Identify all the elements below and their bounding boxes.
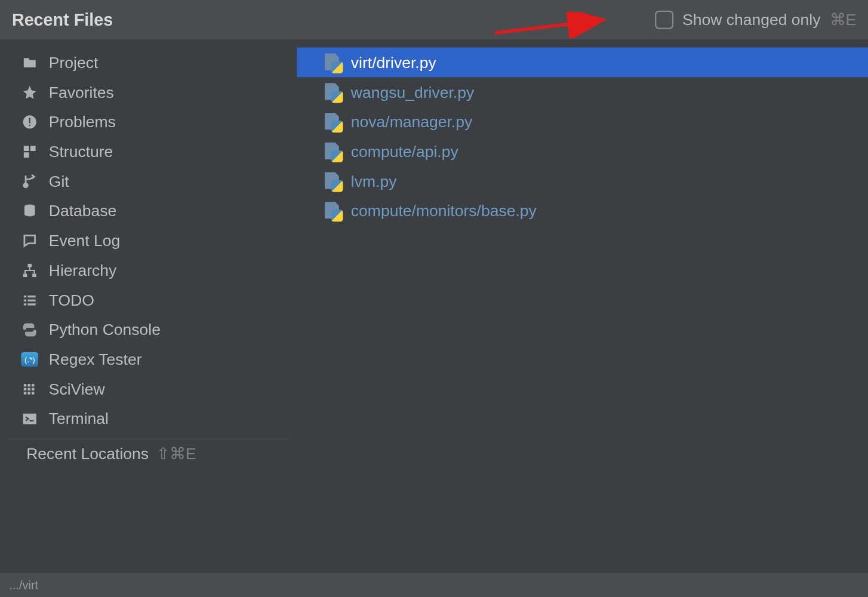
svg-rect-14 (24, 299, 26, 301)
svg-rect-13 (27, 295, 35, 297)
header: Recent Files Show changed only ⌘E (0, 0, 868, 39)
sidebar-item-database[interactable]: Database (0, 196, 297, 226)
sidebar-item-problems[interactable]: Problems (0, 107, 297, 137)
file-name: compute/api.py (351, 142, 458, 161)
svg-rect-18 (24, 383, 26, 386)
recent-locations-shortcut: ⇧⌘E (156, 445, 196, 463)
svg-rect-4 (24, 146, 29, 151)
svg-rect-9 (27, 263, 32, 267)
svg-rect-6 (24, 152, 29, 158)
svg-rect-3 (29, 124, 30, 125)
sidebar-item-label: Python Console (49, 320, 161, 338)
branch-icon (21, 173, 38, 190)
show-changed-only-toggle[interactable]: Show changed only ⌘E (655, 11, 857, 29)
svg-rect-24 (24, 392, 26, 394)
show-changed-label: Show changed only (682, 11, 820, 29)
star-icon (21, 84, 38, 101)
sidebar-item-label: Terminal (49, 410, 109, 428)
python-file-icon (323, 172, 341, 190)
svg-rect-20 (32, 383, 34, 386)
svg-rect-27 (23, 413, 36, 424)
sidebar-item-label: Database (49, 202, 117, 220)
tool-window-list: ProjectFavoritesProblemsStructureGitData… (0, 39, 297, 573)
file-item[interactable]: wangsu_driver.py (297, 77, 868, 107)
structure-icon (21, 143, 38, 160)
sidebar-item-git[interactable]: Git (0, 166, 297, 196)
python-file-icon (323, 112, 341, 131)
file-item[interactable]: compute/monitors/base.py (297, 196, 868, 226)
grid-icon (21, 380, 38, 398)
sidebar-item-structure[interactable]: Structure (0, 137, 297, 167)
sidebar-item-terminal[interactable]: Terminal (0, 404, 297, 433)
sidebar-item-label: Structure (49, 142, 113, 161)
file-item[interactable]: lvm.py (297, 166, 868, 196)
file-name: compute/monitors/base.py (351, 202, 537, 220)
chat-icon (21, 232, 38, 249)
python-icon (21, 321, 38, 338)
file-name: wangsu_driver.py (351, 83, 474, 101)
svg-rect-15 (27, 299, 35, 301)
sidebar-item-label: Event Log (49, 231, 120, 250)
svg-rect-10 (23, 273, 27, 277)
regex-icon: (.*) (21, 352, 38, 366)
sidebar-item-label: Hierarchy (49, 261, 116, 279)
svg-rect-5 (30, 146, 36, 151)
sidebar-item-project[interactable]: Project (0, 48, 297, 78)
svg-rect-25 (27, 392, 30, 394)
status-bar: .../virt (0, 573, 868, 597)
svg-rect-12 (24, 295, 26, 297)
svg-point-7 (24, 183, 28, 187)
list-icon (21, 291, 38, 309)
sidebar-item-label: Problems (49, 112, 116, 131)
file-item[interactable]: virt/driver.py (297, 48, 868, 78)
sidebar-item-label: Favorites (49, 83, 114, 101)
sidebar-item-python-console[interactable]: Python Console (0, 315, 297, 344)
file-item[interactable]: compute/api.py (297, 137, 868, 167)
sidebar-item-event-log[interactable]: Event Log (0, 226, 297, 256)
body-area: ProjectFavoritesProblemsStructureGitData… (0, 39, 868, 573)
svg-rect-11 (32, 273, 36, 277)
svg-rect-16 (24, 303, 26, 305)
shortcut-label: ⌘E (830, 11, 856, 29)
svg-rect-19 (27, 383, 30, 386)
hierarchy-icon (21, 261, 38, 279)
python-file-icon (323, 83, 341, 101)
recent-locations-label: Recent Locations (26, 445, 149, 463)
popup-title: Recent Files (12, 10, 113, 30)
python-file-icon (323, 202, 341, 220)
sidebar-item-hierarchy[interactable]: Hierarchy (0, 256, 297, 285)
sidebar-item-label: Regex Tester (49, 350, 142, 368)
sidebar-item-label: Git (49, 172, 69, 190)
sidebar-item-label: Project (49, 53, 99, 72)
svg-rect-17 (27, 303, 35, 305)
svg-rect-26 (32, 392, 34, 394)
file-item[interactable]: nova/manager.py (297, 107, 868, 137)
python-file-icon (323, 53, 341, 72)
sidebar-item-label: SciView (49, 380, 105, 398)
warning-icon (21, 113, 38, 130)
folder-icon (21, 54, 38, 71)
sidebar-item-regex-tester[interactable]: (.*)Regex Tester (0, 344, 297, 374)
svg-rect-2 (29, 118, 30, 123)
sidebar-item-todo[interactable]: TODO (0, 285, 297, 315)
sidebar-item-label: TODO (49, 291, 94, 309)
sidebar-item-favorites[interactable]: Favorites (0, 77, 297, 107)
terminal-icon (21, 410, 38, 427)
python-file-icon (323, 142, 341, 161)
recent-files-list: virt/driver.pywangsu_driver.pynova/manag… (297, 39, 868, 573)
svg-rect-21 (24, 387, 26, 390)
database-icon (21, 202, 38, 220)
status-path: .../virt (9, 578, 38, 592)
file-name: lvm.py (351, 172, 397, 190)
recent-locations-link[interactable]: Recent Locations ⇧⌘E (8, 439, 289, 469)
svg-rect-23 (32, 387, 34, 390)
checkbox-icon[interactable] (655, 11, 673, 29)
file-name: nova/manager.py (351, 112, 472, 131)
file-name: virt/driver.py (351, 53, 436, 72)
svg-rect-22 (27, 387, 30, 390)
sidebar-item-sciview[interactable]: SciView (0, 374, 297, 404)
